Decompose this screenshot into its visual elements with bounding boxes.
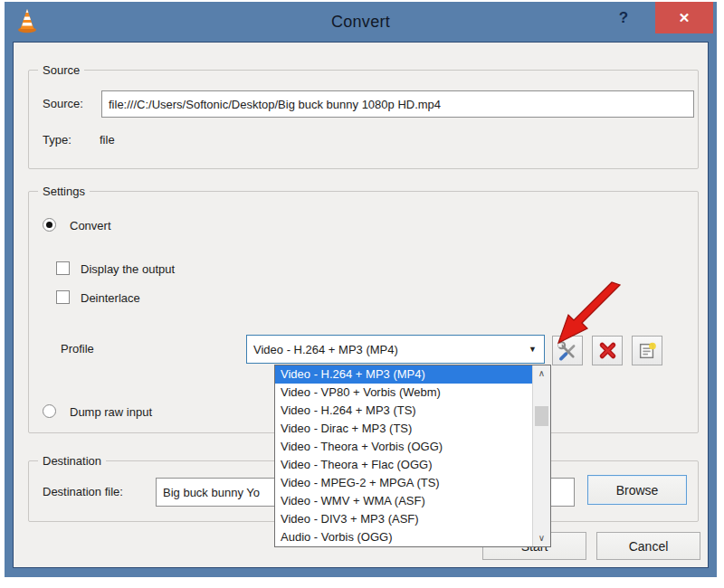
help-button[interactable]: ? — [614, 9, 634, 31]
type-label: Type: — [43, 133, 71, 147]
delete-profile-button[interactable] — [592, 336, 623, 365]
profile-dropdown-option[interactable]: Video - Theora + Vorbis (OGG) — [275, 438, 532, 456]
convert-radio[interactable] — [43, 218, 56, 232]
destination-file-label: Destination file: — [43, 485, 123, 498]
browse-button[interactable]: Browse — [587, 475, 687, 505]
wrench-tools-icon — [557, 341, 577, 361]
source-group-legend: Source — [38, 63, 84, 77]
profile-dropdown-option[interactable]: Video - Theora + Flac (OGG) — [275, 456, 532, 474]
profile-dropdown-option[interactable]: Video - DIV3 + MP3 (ASF) — [275, 510, 532, 528]
profile-combobox-value: Video - H.264 + MP3 (MP4) — [253, 343, 398, 356]
dialog-content: Source Source: file:///C:/Users/Softonic… — [13, 42, 709, 568]
destination-group-legend: Destination — [38, 454, 106, 468]
source-label: Source: — [43, 97, 83, 110]
display-output-label[interactable]: Display the output — [81, 262, 175, 276]
window-title: Convert — [5, 13, 717, 32]
new-profile-button[interactable] — [632, 336, 662, 365]
profile-dropdown-option[interactable]: Video - WMV + WMA (ASF) — [275, 492, 532, 510]
chevron-down-icon: ▼ — [529, 345, 537, 354]
source-group: Source Source: file:///C:/Users/Softonic… — [28, 70, 699, 169]
dropdown-scrollbar[interactable]: ∧ ∨ — [532, 365, 550, 546]
source-input[interactable]: file:///C:/Users/Softonic/Desktop/Big bu… — [101, 90, 694, 118]
profile-dropdown-option[interactable]: Video - MPEG-2 + MPGA (TS) — [275, 474, 532, 492]
profile-dropdown-option[interactable]: Audio - Vorbis (OGG) — [275, 528, 532, 546]
scroll-up-icon[interactable]: ∧ — [533, 365, 550, 382]
deinterlace-label[interactable]: Deinterlace — [81, 291, 140, 305]
convert-dialog: Convert ? ✕ Source Source: file:///C:/Us… — [5, 2, 717, 577]
scroll-down-icon[interactable]: ∨ — [533, 530, 550, 546]
scrollbar-thumb[interactable] — [535, 406, 548, 426]
profile-label: Profile — [61, 342, 94, 356]
dump-raw-input-radio[interactable] — [43, 404, 56, 418]
profile-dropdown-option[interactable]: Video - H.264 + MP3 (TS) — [275, 402, 532, 420]
delete-red-x-icon — [598, 341, 617, 360]
display-output-checkbox[interactable] — [56, 261, 70, 275]
new-profile-icon — [637, 341, 657, 361]
deinterlace-checkbox[interactable] — [56, 290, 70, 304]
settings-group-legend: Settings — [38, 185, 90, 198]
close-button[interactable]: ✕ — [655, 2, 713, 33]
profile-dropdown-option[interactable]: Video - VP80 + Vorbis (Webm) — [275, 384, 532, 402]
cancel-button[interactable]: Cancel — [596, 532, 700, 560]
profile-dropdown-option[interactable]: Video - Dirac + MP3 (TS) — [275, 420, 532, 438]
titlebar[interactable]: Convert ? ✕ — [5, 2, 717, 42]
profile-dropdown-list: Video - H.264 + MP3 (MP4) Video - VP80 +… — [274, 365, 551, 547]
close-icon: ✕ — [679, 10, 691, 26]
profile-combobox[interactable]: Video - H.264 + MP3 (MP4) ▼ — [246, 335, 545, 364]
convert-radio-label[interactable]: Convert — [70, 219, 111, 232]
profile-dropdown-option[interactable]: Video - H.264 + MP3 (MP4) — [275, 365, 532, 384]
edit-profile-button[interactable] — [552, 336, 583, 365]
type-value: file — [100, 133, 115, 147]
dump-raw-input-label[interactable]: Dump raw input — [70, 405, 152, 419]
profile-dropdown-items: Video - H.264 + MP3 (MP4) Video - VP80 +… — [275, 365, 532, 546]
